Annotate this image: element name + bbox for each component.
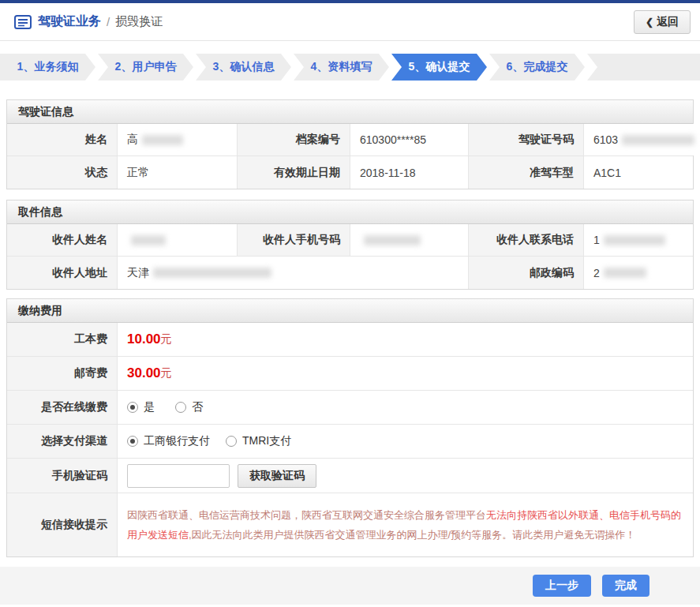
online-pay-no-radio[interactable]: 否 (175, 400, 203, 414)
back-button-label: 返回 (657, 15, 679, 29)
table-row: 状态 正常 有效期止日期 2018-11-18 准驾车型 A1C1 (7, 156, 693, 189)
file-number-label: 档案编号 (238, 124, 350, 155)
step-6-complete-submit[interactable]: 6、完成提交 (489, 54, 585, 81)
pay-channel-radio-group: 工商银行支付 TMRI支付 (127, 434, 291, 448)
license-section-title: 驾驶证信息 (7, 100, 693, 124)
radio-selected-icon (127, 402, 138, 413)
radio-unselected-icon (226, 436, 237, 447)
recipient-name-label: 收件人姓名 (7, 224, 118, 256)
step-wizard: 1、业务须知 2、用户申告 3、确认信息 4、资料填写 5、确认提交 6、完成提… (0, 54, 700, 81)
license-menu-icon (14, 15, 32, 29)
online-pay-yes-radio[interactable]: 是 (127, 400, 155, 414)
postal-code-value: 2 (584, 257, 693, 289)
status-label: 状态 (7, 156, 118, 189)
postal-code-label: 邮政编码 (469, 257, 584, 289)
recipient-address-label: 收件人地址 (7, 257, 118, 289)
table-row: 收件人地址 天津 邮政编码 2 (7, 257, 693, 289)
step-bar-filler (587, 54, 700, 81)
footer-action-bar: 上一步 完成 (0, 567, 700, 605)
online-pay-row: 是否在线缴费 是 否 (7, 391, 693, 425)
sms-code-row: 手机验证码 获取验证码 (7, 459, 693, 493)
online-pay-label: 是否在线缴费 (7, 391, 118, 424)
redacted-blur (604, 235, 665, 245)
step-2-user-declaration[interactable]: 2、用户申告 (98, 54, 193, 81)
file-number-value: 610300****85 (350, 124, 469, 155)
production-fee-label: 工本费 (7, 323, 118, 356)
online-pay-radio-group: 是 否 (127, 400, 203, 414)
chevron-left-icon: ❮ (646, 17, 653, 28)
fee-unit: 元 (161, 332, 172, 347)
pay-channel-label: 选择支付渠道 (7, 425, 118, 458)
step-5-confirm-submit[interactable]: 5、确认提交 (391, 54, 487, 81)
payment-section-title: 缴纳费用 (7, 299, 693, 323)
sms-notice-text: 因陕西省联通、电信运营商技术问题，陕西省互联网交通安全综合服务管理平台无法向持陕… (118, 493, 693, 556)
license-number-label: 驾驶证号码 (469, 124, 584, 155)
name-value: 高 (118, 124, 238, 155)
status-value: 正常 (118, 156, 238, 189)
redacted-blur (153, 268, 271, 278)
finish-button[interactable]: 完成 (602, 575, 649, 597)
postage-fee-label: 邮寄费 (7, 357, 118, 390)
notice-part2: ,因此无法向此类用户提供陕西省交通管理业务的网上办理/预约等服务。请此类用户避免… (189, 529, 635, 541)
table-row: 姓名 高 档案编号 610300****85 驾驶证号码 6103 (7, 124, 693, 156)
redacted-blur (364, 235, 421, 245)
breadcrumb-current: 损毁换证 (115, 14, 163, 29)
production-fee-row: 工本费 10.00元 (7, 323, 693, 357)
production-fee-value: 10.00元 (118, 323, 693, 356)
fee-unit: 元 (161, 366, 172, 380)
recipient-mobile-value (350, 224, 469, 256)
redacted-blur (622, 135, 694, 145)
license-number-value: 6103 (584, 124, 694, 155)
fee-amount: 30.00 (127, 365, 161, 381)
name-label: 姓名 (7, 124, 118, 155)
fee-amount: 10.00 (127, 332, 161, 347)
step-1-business-notice[interactable]: 1、业务须知 (0, 54, 95, 81)
page-title: 驾驶证业务 (38, 13, 101, 30)
page-header: 驾驶证业务 / 损毁换证 ❮ 返回 (0, 3, 700, 41)
sms-code-input[interactable] (127, 464, 230, 488)
notice-part1: 因陕西省联通、电信运营商技术问题，陕西省互联网交通安全综合服务管理平台 (127, 509, 486, 521)
radio-selected-icon (127, 436, 138, 447)
radio-unselected-icon (175, 402, 186, 413)
license-info-section: 驾驶证信息 姓名 高 档案编号 610300****85 驾驶证号码 6103 … (6, 99, 694, 189)
sms-notice-row: 短信接收提示 因陕西省联通、电信运营商技术问题，陕西省互联网交通安全综合服务管理… (7, 493, 693, 556)
pay-channel-row: 选择支付渠道 工商银行支付 TMRI支付 (7, 425, 693, 459)
recipient-mobile-label: 收件人手机号码 (238, 224, 350, 256)
postage-fee-row: 邮寄费 30.00元 (7, 357, 693, 391)
breadcrumb-separator: / (107, 15, 110, 28)
get-sms-code-button[interactable]: 获取验证码 (238, 464, 316, 488)
recipient-phone-value: 1 (584, 224, 693, 256)
valid-until-label: 有效期止日期 (238, 156, 350, 189)
back-button[interactable]: ❮ 返回 (634, 10, 691, 34)
pickup-section-title: 取件信息 (7, 200, 693, 224)
redacted-blur (604, 268, 646, 278)
table-row: 收件人姓名 收件人手机号码 收件人联系电话 1 (7, 224, 693, 257)
icbc-pay-radio[interactable]: 工商银行支付 (127, 434, 210, 448)
redacted-blur (131, 235, 166, 245)
step-3-confirm-info[interactable]: 3、确认信息 (196, 54, 291, 81)
payment-section: 缴纳费用 工本费 10.00元 邮寄费 30.00元 是否在线缴费 是 否 选择… (6, 298, 694, 557)
recipient-address-value: 天津 (118, 257, 469, 289)
sms-notice-label: 短信接收提示 (7, 493, 118, 556)
postage-fee-value: 30.00元 (118, 357, 693, 390)
pickup-info-section: 取件信息 收件人姓名 收件人手机号码 收件人联系电话 1 收件人地址 天津 邮政… (6, 200, 694, 290)
recipient-name-value (118, 224, 238, 256)
redacted-blur (142, 135, 183, 145)
previous-step-button[interactable]: 上一步 (533, 575, 591, 597)
recipient-phone-label: 收件人联系电话 (469, 224, 584, 256)
sms-code-label: 手机验证码 (7, 459, 118, 493)
tmri-pay-radio[interactable]: TMRI支付 (226, 434, 291, 448)
step-4-fill-data[interactable]: 4、资料填写 (294, 54, 389, 81)
vehicle-class-label: 准驾车型 (469, 156, 584, 189)
valid-until-value: 2018-11-18 (350, 156, 469, 189)
vehicle-class-value: A1C1 (584, 156, 693, 189)
